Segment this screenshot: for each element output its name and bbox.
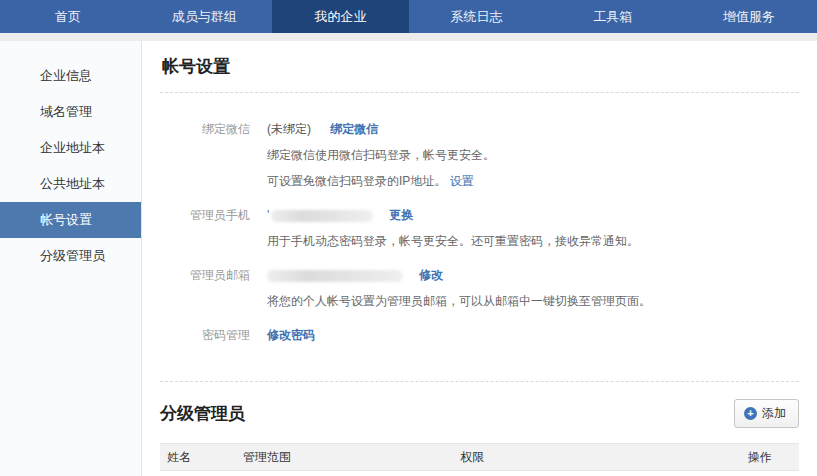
password-label: 密码管理 bbox=[160, 325, 250, 344]
setting-row-password: 密码管理 修改密码 bbox=[160, 325, 799, 344]
add-admin-button-label: 添加 bbox=[762, 405, 786, 422]
admin-email-desc: 将您的个人帐号设置为管理员邮箱，可以从邮箱中一键切换至管理页面。 bbox=[267, 293, 651, 310]
app-window: 首页 成员与群组 我的企业 系统日志 工具箱 增值服务 企业信息 域名管理 企业… bbox=[0, 0, 817, 476]
sidebar-item-company-info[interactable]: 企业信息 bbox=[0, 58, 141, 94]
add-admin-button[interactable]: + 添加 bbox=[734, 399, 799, 428]
setting-row-wechat: 绑定微信 (未绑定) 绑定微信 绑定微信使用微信扫码登录，帐号更安全。 可设置免… bbox=[160, 119, 799, 190]
nav-item-members-groups[interactable]: 成员与群组 bbox=[136, 0, 272, 33]
nav-item-toolbox[interactable]: 工具箱 bbox=[545, 0, 681, 33]
admin-email-label: 管理员邮箱 bbox=[160, 265, 250, 310]
nav-item-system-logs[interactable]: 系统日志 bbox=[409, 0, 545, 33]
change-password-link[interactable]: 修改密码 bbox=[267, 328, 315, 342]
wechat-label: 绑定微信 bbox=[160, 119, 250, 190]
sidebar-item-public-contacts[interactable]: 公共地址本 bbox=[0, 166, 141, 202]
table-header-actions: 操作 bbox=[748, 449, 799, 466]
table-header-name: 姓名 bbox=[160, 449, 243, 466]
sidebar-item-company-contacts[interactable]: 企业地址本 bbox=[0, 130, 141, 166]
admin-phone-label: 管理员手机 bbox=[160, 205, 250, 250]
wechat-desc-1: 绑定微信使用微信扫码登录，帐号更安全。 bbox=[267, 147, 495, 164]
plus-circle-icon: + bbox=[744, 407, 757, 420]
setting-row-admin-email: 管理员邮箱 修改 将您的个人帐号设置为管理员邮箱，可以从邮箱中一键切换至管理页面… bbox=[160, 265, 799, 310]
nav-item-home[interactable]: 首页 bbox=[0, 0, 136, 33]
ip-settings-link[interactable]: 设置 bbox=[450, 174, 474, 188]
section-divider bbox=[160, 381, 799, 382]
bind-wechat-link[interactable]: 绑定微信 bbox=[330, 122, 378, 136]
change-email-link[interactable]: 修改 bbox=[419, 268, 443, 282]
phone-value-prefix: ' bbox=[267, 208, 269, 222]
delegated-admins-title: 分级管理员 bbox=[160, 402, 245, 425]
table-header-permissions: 权限 bbox=[460, 449, 748, 466]
redacted-email-value bbox=[267, 270, 403, 282]
page-title: 帐号设置 bbox=[162, 55, 799, 78]
nav-item-my-company[interactable]: 我的企业 bbox=[272, 0, 408, 33]
redacted-phone-value bbox=[271, 210, 373, 222]
page-body: 企业信息 域名管理 企业地址本 公共地址本 帐号设置 分级管理员 帐号设置 绑定… bbox=[0, 33, 817, 476]
account-settings-rows: 绑定微信 (未绑定) 绑定微信 绑定微信使用微信扫码登录，帐号更安全。 可设置免… bbox=[160, 93, 799, 381]
wechat-desc-2: 可设置免微信扫码登录的IP地址。 设置 bbox=[267, 173, 495, 190]
setting-row-admin-phone: 管理员手机 '更换 用于手机动态密码登录，帐号更安全。还可重置密码，接收异常通知… bbox=[160, 205, 799, 250]
change-phone-link[interactable]: 更换 bbox=[389, 208, 413, 222]
main-content: 帐号设置 绑定微信 (未绑定) 绑定微信 绑定微信使用微信扫码登录，帐号更安全。… bbox=[142, 41, 817, 476]
delegated-admins-header: 分级管理员 + 添加 bbox=[160, 399, 799, 428]
top-nav: 首页 成员与群组 我的企业 系统日志 工具箱 增值服务 bbox=[0, 0, 817, 33]
table-header-scope: 管理范围 bbox=[243, 449, 460, 466]
sidebar-item-account-settings[interactable]: 帐号设置 bbox=[0, 202, 141, 238]
sidebar-item-domain-management[interactable]: 域名管理 bbox=[0, 94, 141, 130]
admin-phone-desc: 用于手机动态密码登录，帐号更安全。还可重置密码，接收异常通知。 bbox=[267, 233, 639, 250]
sidebar-item-delegated-admins[interactable]: 分级管理员 bbox=[0, 238, 141, 274]
admins-table-header: 姓名 管理范围 权限 操作 bbox=[160, 443, 799, 471]
nav-item-value-added-services[interactable]: 增值服务 bbox=[681, 0, 817, 33]
wechat-desc-2-text: 可设置免微信扫码登录的IP地址。 bbox=[267, 174, 446, 188]
wechat-status: (未绑定) bbox=[267, 122, 311, 136]
sidebar: 企业信息 域名管理 企业地址本 公共地址本 帐号设置 分级管理员 bbox=[0, 41, 142, 476]
